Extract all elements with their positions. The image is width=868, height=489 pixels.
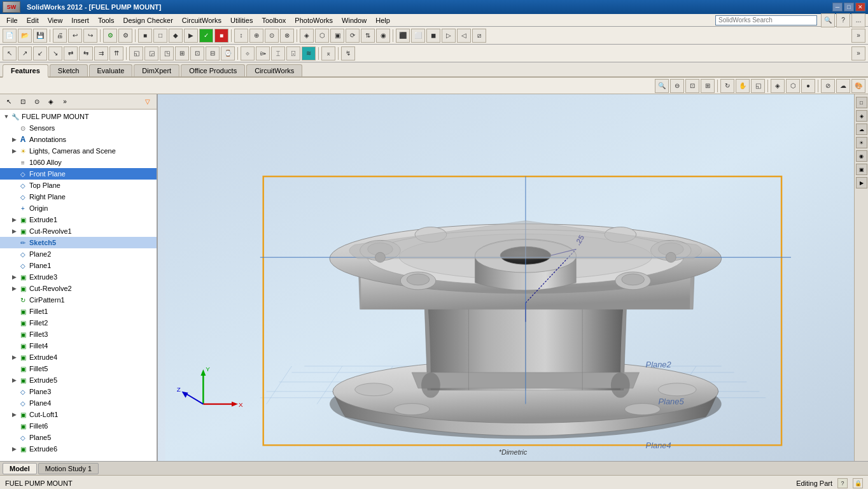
restore-button[interactable]: □ (844, 3, 854, 11)
tree-lights[interactable]: ▶ ☀ Lights, Cameras and Scene (0, 145, 157, 157)
menu-insert[interactable]: Insert (67, 15, 93, 25)
fm-search-btn[interactable]: ⊙ (31, 96, 43, 108)
tb11[interactable]: ◈ (300, 29, 314, 43)
tab-circuitworks[interactable]: CircuitWorks (246, 64, 302, 76)
3d-viewport[interactable]: .25 Plane2 Plane5 Plane4 Plane1 Plane3 Y (158, 94, 868, 461)
tb2-15[interactable]: ⌚ (221, 46, 235, 60)
tab-sketch[interactable]: Sketch (50, 64, 88, 76)
tree-front-plane[interactable]: ◇ Front Plane (0, 168, 157, 180)
tb18[interactable]: ⬜ (411, 29, 425, 43)
expand-sketch5[interactable] (10, 239, 18, 246)
tb7[interactable]: ↕ (234, 29, 248, 43)
rs-display-btn[interactable]: ▣ (856, 164, 867, 175)
rotate-btn[interactable]: ↻ (720, 79, 734, 93)
tree-fillet2[interactable]: ▣ Fillet2 (0, 317, 157, 329)
tb2-17[interactable]: ⌲ (256, 46, 270, 60)
rs-render-btn[interactable]: ▶ (856, 177, 867, 188)
search-input[interactable] (715, 15, 817, 25)
tree-top-plane[interactable]: ◇ Top Plane (0, 180, 157, 191)
menu-tools[interactable]: Tools (94, 15, 118, 25)
tb10[interactable]: ⊗ (280, 29, 294, 43)
menu-help[interactable]: Help (372, 15, 394, 25)
tree-extrude3[interactable]: ▶ ▣ Extrude3 (0, 271, 157, 283)
tb2-13[interactable]: ⊡ (190, 46, 204, 60)
tb2-10[interactable]: ◲ (144, 46, 158, 60)
fm-config-btn[interactable]: ◈ (45, 96, 57, 108)
tb2-7[interactable]: ⇉ (94, 46, 108, 60)
expand-cut-revolve2[interactable]: ▶ (10, 285, 18, 292)
tree-sketch5[interactable]: ✏ Sketch5 (0, 237, 157, 248)
expand-material[interactable] (10, 159, 18, 166)
tree-material[interactable]: ≡ 1060 Alloy (0, 157, 157, 168)
expand-cut-loft1[interactable]: ▶ (10, 411, 18, 418)
menu-view[interactable]: View (44, 15, 67, 25)
menu-file[interactable]: File (3, 15, 22, 25)
tab-dimxpert[interactable]: DimXpert (134, 64, 179, 76)
fm-more-btn[interactable]: » (59, 96, 71, 108)
tree-fillet1[interactable]: ▣ Fillet1 (0, 306, 157, 317)
tree-root[interactable]: ▼ 🔧 FUEL PUMP MOUNT (0, 111, 157, 122)
expand-root[interactable]: ▼ (3, 113, 10, 120)
tb6[interactable]: ■ (214, 29, 228, 43)
tb17[interactable]: ⬛ (396, 29, 410, 43)
window-controls[interactable]: ─ □ ✕ (832, 3, 865, 11)
tb1[interactable]: ■ (138, 29, 152, 43)
zoom-area-btn[interactable]: ⊞ (701, 79, 715, 93)
new-button[interactable]: 📄 (3, 29, 17, 43)
tb19[interactable]: ◼ (426, 29, 440, 43)
rs-view-btn[interactable]: □ (856, 97, 867, 108)
expand-extrude1[interactable]: ▶ (10, 216, 18, 223)
tree-plane5[interactable]: ◇ Plane5 (0, 432, 157, 443)
expand-plane3[interactable] (10, 388, 18, 395)
tb2-8[interactable]: ⇈ (109, 46, 123, 60)
open-button[interactable]: 📂 (18, 29, 32, 43)
tb2-9[interactable]: ◱ (129, 46, 143, 60)
expand-cut-revolve1[interactable]: ▶ (10, 227, 18, 235)
expand-front-plane[interactable] (10, 170, 18, 178)
expand-plane1[interactable] (10, 262, 18, 269)
tree-fillet4[interactable]: ▣ Fillet4 (0, 340, 157, 351)
bottom-tab-motion[interactable]: Motion Study 1 (38, 463, 99, 474)
tb2-more[interactable]: » (851, 46, 865, 60)
expand-top-plane[interactable] (10, 181, 18, 189)
rs-camera-btn[interactable]: ◉ (856, 150, 867, 162)
tb2[interactable]: □ (153, 29, 167, 43)
tb2-14[interactable]: ⊟ (206, 46, 220, 60)
tree-plane3[interactable]: ◇ Plane3 (0, 386, 157, 397)
close-button[interactable]: ✕ (855, 3, 865, 11)
options-button[interactable]: ⚙ (118, 29, 132, 43)
expand-extrude5[interactable]: ▶ (10, 376, 18, 384)
expand-cirpattern1[interactable] (10, 296, 18, 304)
menu-edit[interactable]: Edit (23, 15, 43, 25)
print-button[interactable]: 🖨 (53, 29, 67, 43)
help-button[interactable]: ? (836, 13, 850, 27)
tb20[interactable]: ▷ (442, 29, 456, 43)
view-orient-btn[interactable]: ◱ (751, 79, 765, 93)
status-lock-btn[interactable]: 🔒 (853, 478, 863, 488)
rs-scene-btn[interactable]: ☁ (856, 124, 867, 135)
expand-origin[interactable] (10, 204, 18, 212)
tb21[interactable]: ◁ (457, 29, 471, 43)
tree-fillet5[interactable]: ▣ Fillet5 (0, 363, 157, 374)
tree-plane1[interactable]: ◇ Plane1 (0, 260, 157, 271)
expand-fillet2[interactable] (10, 319, 18, 327)
tb2-19[interactable]: ⌺ (286, 46, 300, 60)
tb2-11[interactable]: ◳ (160, 46, 174, 60)
tree-extrude6[interactable]: ▶ ▣ Extrude6 (0, 443, 157, 455)
tree-extrude5[interactable]: ▶ ▣ Extrude5 (0, 374, 157, 386)
menu-window[interactable]: Window (338, 15, 370, 25)
filter-icon[interactable]: ▽ (141, 96, 154, 108)
expand-plane2[interactable] (10, 250, 18, 258)
expand-fillet4[interactable] (10, 342, 18, 350)
tree-fillet6[interactable]: ▣ Fillet6 (0, 420, 157, 432)
tree-plane4[interactable]: ◇ Plane4 (0, 397, 157, 409)
expand-fillet3[interactable] (10, 330, 18, 338)
tb2-5[interactable]: ⇄ (64, 46, 78, 60)
tb2-16[interactable]: ⟐ (241, 46, 255, 60)
tb2-1[interactable]: ↖ (3, 46, 17, 60)
menu-toolbox[interactable]: Toolbox (258, 15, 290, 25)
expand-fillet5[interactable] (10, 365, 18, 372)
shadow-btn[interactable]: ☁ (836, 79, 850, 93)
fm-filter-btn[interactable]: ⊡ (17, 96, 29, 108)
tree-origin[interactable]: + Origin (0, 202, 157, 214)
